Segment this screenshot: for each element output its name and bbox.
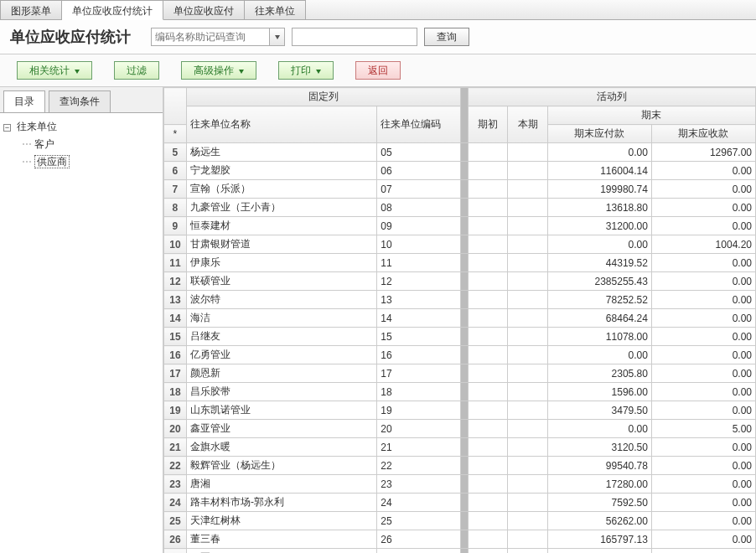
cell-name: 甘肃银财管道 <box>186 235 376 254</box>
page-title: 单位应收应付统计 <box>10 27 131 47</box>
cell-current <box>508 364 548 383</box>
column-separator <box>460 530 468 549</box>
search-combo-input[interactable] <box>152 28 269 45</box>
cell-begin <box>468 217 508 235</box>
column-separator <box>460 217 468 235</box>
column-separator <box>460 438 468 457</box>
cell-current <box>508 254 548 272</box>
print-button[interactable]: 打印 <box>278 61 334 80</box>
col-code-h1[interactable]: 往来单位编码 <box>377 106 460 143</box>
table-row[interactable]: 22毅辉管业（杨远生）2299540.780.00 <box>164 457 756 475</box>
column-separator <box>460 475 468 494</box>
table-row[interactable]: 7宣翰（乐派）07199980.740.00 <box>164 180 756 199</box>
table-row[interactable]: 25天津红树林2556262.000.00 <box>164 512 756 530</box>
table-row[interactable]: 21金旗水暖213120.500.00 <box>164 438 756 457</box>
column-separator <box>460 291 468 309</box>
tree-root-row[interactable]: − 往来单位 <box>3 118 159 136</box>
cell-end-recv: 0.00 <box>651 401 755 420</box>
cell-end-recv: 5.00 <box>651 420 755 438</box>
left-tab-1[interactable]: 查询条件 <box>49 90 111 112</box>
table-row[interactable]: 18昌乐胶带181596.000.00 <box>164 383 756 401</box>
cell-code: 10 <box>377 235 460 254</box>
related-stats-button[interactable]: 相关统计 <box>17 61 92 80</box>
table-row[interactable]: 27三正270.000.00 <box>164 549 756 554</box>
table-row[interactable]: 16亿勇管业160.000.00 <box>164 346 756 364</box>
top-tab-2[interactable]: 单位应收应付 <box>163 0 245 19</box>
col-end[interactable]: 期末 <box>547 106 755 125</box>
row-number: 7 <box>164 180 187 199</box>
cell-name: 董三春 <box>186 530 376 549</box>
cell-end-pay: 1596.00 <box>547 383 651 401</box>
table-row[interactable]: 11伊康乐1144319.520.00 <box>164 254 756 272</box>
advanced-button[interactable]: 高级操作 <box>181 61 256 80</box>
col-current[interactable]: 本期 <box>508 106 548 143</box>
cell-name: 金旗水暖 <box>186 438 376 457</box>
cell-begin <box>468 309 508 328</box>
cell-code: 11 <box>377 254 460 272</box>
search-combo-dropdown[interactable] <box>269 28 284 45</box>
table-row[interactable]: 26董三春26165797.130.00 <box>164 530 756 549</box>
query-button[interactable]: 查询 <box>424 28 469 46</box>
table-row[interactable]: 10甘肃银财管道100.001004.20 <box>164 235 756 254</box>
top-tab-1[interactable]: 单位应收应付统计 <box>62 0 163 20</box>
column-separator <box>460 512 468 530</box>
cell-current <box>508 180 548 199</box>
main-area: 目录查询条件 − 往来单位 客户供应商 固定列 活动列 往来单位名称 往来单位编… <box>0 87 756 553</box>
cell-current <box>508 457 548 475</box>
collapse-icon[interactable]: − <box>3 124 11 132</box>
cell-begin <box>468 235 508 254</box>
row-number: 14 <box>164 309 187 328</box>
col-end-recv[interactable]: 期末应收款 <box>651 125 755 143</box>
col-name-h1[interactable]: 往来单位名称 <box>186 106 376 143</box>
col-end-pay[interactable]: 期末应付款 <box>547 125 651 143</box>
cell-code: 13 <box>377 291 460 309</box>
cell-code: 17 <box>377 364 460 383</box>
col-begin[interactable]: 期初 <box>468 106 508 143</box>
cell-name: 颜恩新 <box>186 364 376 383</box>
cell-end-recv: 0.00 <box>651 438 755 457</box>
cell-code: 24 <box>377 494 460 512</box>
table-row[interactable]: 20鑫亚管业200.005.00 <box>164 420 756 438</box>
column-separator <box>460 180 468 199</box>
row-number: 25 <box>164 512 187 530</box>
table-row[interactable]: 13波尔特1378252.520.00 <box>164 291 756 309</box>
cell-begin <box>468 530 508 549</box>
cell-name: 鑫亚管业 <box>186 420 376 438</box>
cell-name: 三正 <box>186 549 376 554</box>
search-combo[interactable] <box>151 28 285 46</box>
top-tab-3[interactable]: 往来单位 <box>245 0 306 19</box>
back-button[interactable]: 返回 <box>355 61 401 80</box>
table-row[interactable]: 24路丰材料市场-郭永利247592.500.00 <box>164 494 756 512</box>
left-panel: 目录查询条件 − 往来单位 客户供应商 <box>0 87 163 553</box>
table-row[interactable]: 19山东凯诺管业193479.500.00 <box>164 401 756 420</box>
cell-current <box>508 512 548 530</box>
table-row[interactable]: 12联硕管业122385255.430.00 <box>164 272 756 291</box>
left-tab-0[interactable]: 目录 <box>3 90 45 112</box>
tree-node[interactable]: 供应商 <box>3 153 159 171</box>
cell-end-recv: 0.00 <box>651 291 755 309</box>
column-separator[interactable] <box>460 88 468 143</box>
cell-end-pay: 2305.80 <box>547 364 651 383</box>
cell-end-pay: 0.00 <box>547 420 651 438</box>
table-row[interactable]: 9恒泰建材0931200.000.00 <box>164 217 756 235</box>
column-separator <box>460 364 468 383</box>
tree-node[interactable]: 客户 <box>3 136 159 153</box>
table-row[interactable]: 17颜恩新172305.800.00 <box>164 364 756 383</box>
top-tab-0[interactable]: 图形菜单 <box>0 0 62 19</box>
table-row[interactable]: 6宁龙塑胶06116004.140.00 <box>164 162 756 180</box>
filter-button[interactable]: 过滤 <box>114 61 159 80</box>
table-row[interactable]: 14海洁1468464.240.00 <box>164 309 756 328</box>
search-input[interactable] <box>292 28 417 46</box>
column-separator <box>460 549 468 554</box>
col-rownum[interactable] <box>164 88 187 125</box>
cell-end-recv: 0.00 <box>651 254 755 272</box>
table-row[interactable]: 5杨远生050.0012967.00 <box>164 143 756 162</box>
table-row[interactable]: 15吕继友1511078.000.00 <box>164 328 756 346</box>
row-number: 9 <box>164 217 187 235</box>
table-row[interactable]: 8九豪管业（王小青）0813618.800.00 <box>164 199 756 217</box>
table-row[interactable]: 23唐湘2317280.000.00 <box>164 475 756 494</box>
data-grid: 固定列 活动列 往来单位名称 往来单位编码 期初 本期 期末 * 期末应付款 期… <box>163 87 756 553</box>
cell-current <box>508 530 548 549</box>
cell-begin <box>468 494 508 512</box>
col-star[interactable]: * <box>164 125 187 143</box>
